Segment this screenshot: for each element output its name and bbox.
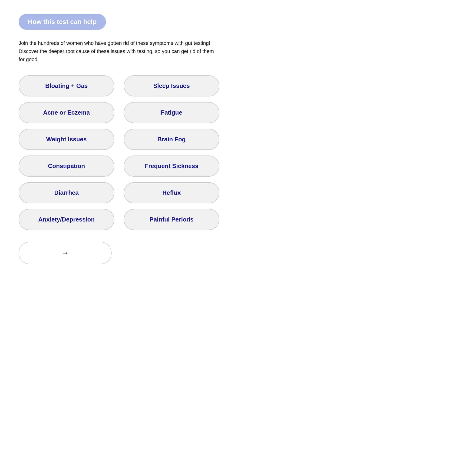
symptom-pill-brain-fog[interactable]: Brain Fog	[124, 129, 220, 150]
symptom-pill-weight-issues[interactable]: Weight Issues	[18, 129, 114, 150]
next-button[interactable]: →	[18, 242, 112, 264]
symptom-pill-fatigue[interactable]: Fatigue	[124, 102, 220, 123]
symptom-pill-acne-eczema[interactable]: Acne or Eczema	[18, 102, 114, 123]
symptom-pill-anxiety-depression[interactable]: Anxiety/Depression	[18, 209, 114, 230]
symptoms-grid: Bloating + Gas Sleep Issues Acne or Ecze…	[18, 75, 220, 230]
symptom-pill-diarrhea[interactable]: Diarrhea	[18, 182, 114, 203]
arrow-icon: →	[61, 249, 69, 257]
symptom-pill-constipation[interactable]: Constipation	[18, 155, 114, 177]
header-badge: How this test can help	[18, 14, 106, 30]
symptom-pill-reflux[interactable]: Reflux	[124, 182, 220, 203]
symptom-pill-frequent-sickness[interactable]: Frequent Sickness	[124, 155, 220, 177]
description-text: Join the hundreds of women who have gott…	[18, 39, 220, 64]
symptom-pill-sleep-issues[interactable]: Sleep Issues	[124, 75, 220, 96]
badge-label: How this test can help	[28, 18, 97, 25]
symptom-pill-painful-periods[interactable]: Painful Periods	[124, 209, 220, 230]
symptom-pill-bloating-gas[interactable]: Bloating + Gas	[18, 75, 114, 96]
